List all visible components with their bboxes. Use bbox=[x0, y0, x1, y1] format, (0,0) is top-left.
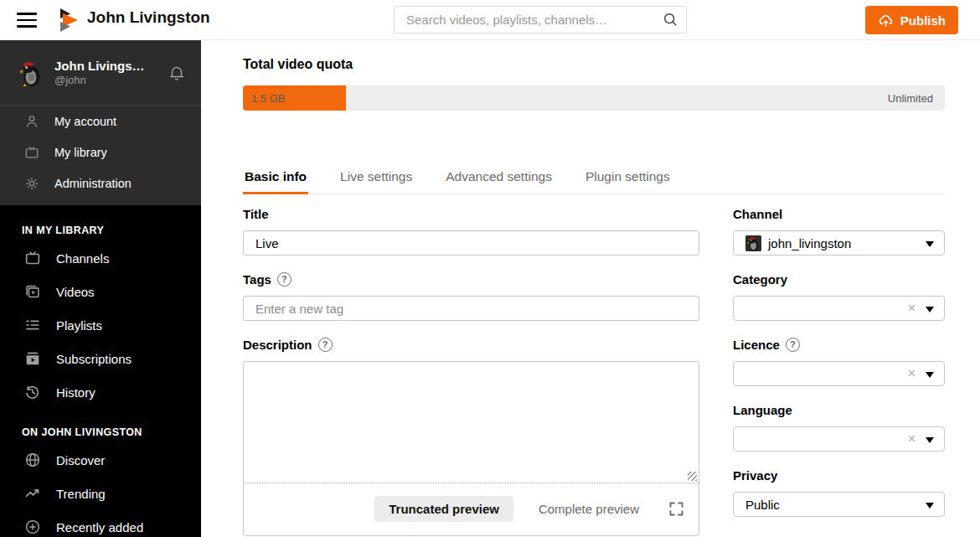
sidebar-item-my-account[interactable]: My account bbox=[0, 106, 201, 137]
quota-used-label: 1.5 GB bbox=[243, 92, 285, 105]
notifications-bell-icon[interactable] bbox=[168, 64, 186, 82]
user-block[interactable]: John Livings… @john bbox=[0, 40, 201, 105]
settings-tabs: Basic info Live settings Advanced settin… bbox=[243, 163, 945, 194]
licence-select[interactable]: × bbox=[733, 361, 945, 386]
description-preview-bar: Truncated preview Complete preview bbox=[244, 483, 699, 535]
tab-basic-info[interactable]: Basic info bbox=[243, 163, 308, 194]
sidebar-item-my-library[interactable]: My library bbox=[0, 137, 201, 168]
language-field-group: Language × bbox=[733, 401, 945, 452]
privacy-value: Public bbox=[745, 498, 780, 512]
quota-progressbar: 1.5 GB Unlimited bbox=[243, 85, 945, 111]
person-icon bbox=[23, 113, 40, 130]
channel-avatar bbox=[745, 235, 761, 251]
help-icon[interactable]: ? bbox=[786, 338, 800, 352]
clear-icon[interactable]: × bbox=[908, 431, 916, 447]
language-label: Language bbox=[733, 401, 945, 419]
sidebar-item-subscriptions[interactable]: Subscriptions bbox=[0, 342, 201, 375]
sidebar-item-videos[interactable]: Videos bbox=[0, 275, 201, 308]
chevron-down-icon bbox=[926, 503, 934, 509]
channel-value: john_livingston bbox=[768, 236, 851, 250]
title-input[interactable] bbox=[243, 230, 699, 256]
help-icon[interactable]: ? bbox=[318, 338, 333, 352]
sidebar-item-label: Videos bbox=[56, 285, 95, 299]
sidebar-item-administration[interactable]: Administration bbox=[0, 168, 201, 199]
description-box: Truncated preview Complete preview bbox=[243, 361, 699, 536]
tags-input[interactable] bbox=[243, 296, 699, 321]
maximize-icon[interactable] bbox=[668, 500, 685, 518]
sidebar-item-label: Discover bbox=[56, 453, 105, 467]
search-input[interactable] bbox=[394, 6, 687, 34]
sidebar-item-label: Channels bbox=[56, 251, 109, 266]
sidebar-item-trending[interactable]: Trending bbox=[0, 477, 201, 510]
plus-circle-icon bbox=[23, 518, 42, 536]
sidebar-item-label: My account bbox=[54, 115, 116, 128]
licence-field-group: Licence ? × bbox=[733, 336, 945, 386]
tab-live-settings[interactable]: Live settings bbox=[338, 163, 414, 194]
title-field-group: Title bbox=[243, 205, 699, 256]
main-content: Total video quota 1.5 GB Unlimited Basic… bbox=[201, 40, 980, 537]
tv-icon bbox=[23, 144, 40, 161]
history-clock-icon bbox=[23, 383, 42, 401]
quota-total-label: Unlimited bbox=[888, 85, 933, 111]
subscriptions-icon bbox=[23, 349, 42, 368]
user-avatar[interactable] bbox=[17, 59, 45, 87]
clear-icon[interactable]: × bbox=[908, 365, 916, 382]
sidebar-item-channels[interactable]: Channels bbox=[0, 241, 201, 275]
description-field-group: Description ? Truncated preview Complete… bbox=[243, 336, 699, 536]
search-icon[interactable] bbox=[662, 11, 678, 28]
channel-label: Channel bbox=[733, 205, 945, 223]
chevron-down-icon bbox=[926, 307, 934, 312]
privacy-label: Privacy bbox=[733, 467, 945, 484]
instance-title[interactable]: John Livingston bbox=[87, 8, 210, 27]
sidebar-item-label: Playlists bbox=[56, 318, 102, 333]
sidebar-item-history[interactable]: History bbox=[0, 375, 201, 409]
sidebar-item-recently-added[interactable]: Recently added bbox=[0, 510, 201, 537]
sidebar-item-label: My library bbox=[54, 146, 107, 159]
sidebar-item-playlists[interactable]: Playlists bbox=[0, 308, 201, 342]
sidebar-item-label: Trending bbox=[56, 487, 106, 501]
privacy-field-group: Privacy Public bbox=[733, 467, 945, 517]
privacy-select[interactable]: Public bbox=[733, 492, 945, 517]
chevron-down-icon bbox=[926, 437, 934, 443]
upload-icon bbox=[878, 13, 894, 28]
sidebar-item-label: Administration bbox=[54, 177, 132, 190]
resize-handle[interactable] bbox=[688, 472, 697, 481]
sidebar-item-discover[interactable]: Discover bbox=[0, 443, 201, 477]
channel-select[interactable]: john_livingston bbox=[733, 230, 945, 256]
menu-toggle-icon[interactable] bbox=[17, 11, 37, 29]
section-title-on-instance: ON JOHN LIVINGSTON bbox=[22, 426, 201, 438]
videos-icon bbox=[23, 282, 42, 301]
publish-label: Publish bbox=[900, 13, 946, 28]
sidebar-item-label: History bbox=[56, 385, 95, 400]
user-handle: @john bbox=[54, 74, 145, 86]
tv-icon bbox=[23, 249, 42, 267]
tags-label: Tags bbox=[243, 271, 271, 288]
title-label: Title bbox=[243, 205, 699, 223]
peertube-logo-icon[interactable] bbox=[60, 8, 80, 32]
tags-field-group: Tags ? bbox=[243, 271, 699, 321]
sidebar-item-label: Subscriptions bbox=[56, 352, 132, 366]
section-title-in-my-library: IN MY LIBRARY bbox=[22, 225, 201, 236]
category-select[interactable]: × bbox=[733, 296, 945, 321]
clear-icon[interactable]: × bbox=[908, 300, 916, 317]
truncated-preview-button[interactable]: Truncated preview bbox=[374, 496, 513, 522]
tab-advanced-settings[interactable]: Advanced settings bbox=[444, 163, 554, 194]
complete-preview-button[interactable]: Complete preview bbox=[539, 502, 639, 516]
category-field-group: Category × bbox=[733, 271, 945, 321]
user-name: John Livings… bbox=[54, 59, 145, 73]
description-label: Description bbox=[243, 336, 312, 354]
top-header: John Livingston Publish bbox=[0, 0, 980, 40]
playlist-icon bbox=[23, 316, 42, 334]
channel-field-group: Channel bbox=[733, 205, 945, 256]
language-select[interactable]: × bbox=[733, 426, 945, 452]
description-textarea[interactable] bbox=[244, 362, 699, 483]
help-icon[interactable]: ? bbox=[277, 272, 291, 287]
quota-fill: 1.5 GB bbox=[243, 85, 346, 111]
category-label: Category bbox=[733, 271, 945, 288]
licence-label: Licence bbox=[733, 336, 780, 354]
publish-button[interactable]: Publish bbox=[865, 6, 958, 34]
sidebar: John Livings… @john My account bbox=[0, 40, 201, 537]
sidebar-item-label: Recently added bbox=[56, 520, 143, 534]
tab-plugin-settings[interactable]: Plugin settings bbox=[584, 163, 672, 194]
trending-icon bbox=[23, 484, 42, 503]
